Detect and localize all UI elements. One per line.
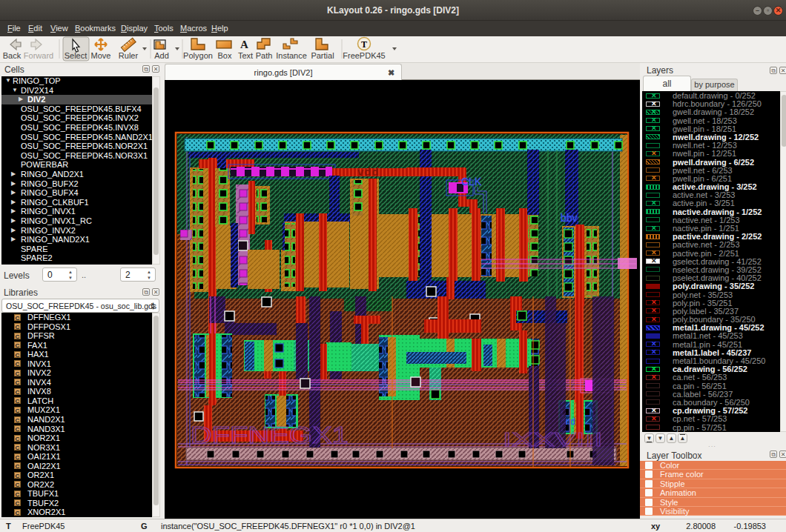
svg-text:A: A — [240, 39, 248, 50]
svg-text:CLK: CLK — [461, 176, 482, 187]
svg-text:vdd: vdd — [357, 165, 380, 178]
svg-text:IXXVIII: IXXVIII — [503, 428, 603, 450]
svg-text:DFFNEGX1: DFFNEGX1 — [191, 422, 349, 448]
svg-text:T: T — [361, 39, 367, 50]
svg-text:bbv: bbv — [561, 212, 578, 224]
